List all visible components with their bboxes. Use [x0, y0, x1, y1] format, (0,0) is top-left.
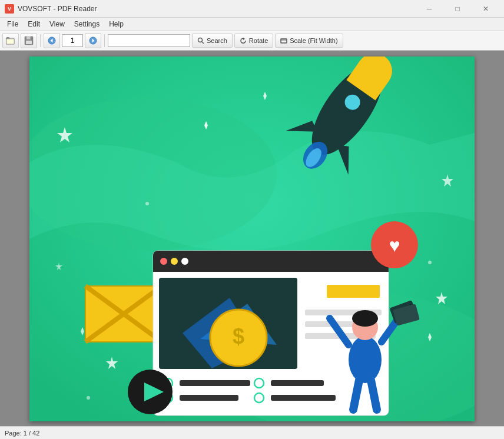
svg-point-30 — [428, 261, 432, 264]
search-icon — [197, 37, 204, 44]
page-input[interactable] — [62, 34, 83, 47]
save-button[interactable] — [21, 33, 37, 48]
svg-point-69 — [352, 310, 378, 327]
svg-rect-6 — [26, 41, 32, 44]
menu-file[interactable]: File — [2, 18, 23, 31]
status-bar: Page: 1 / 42 — [0, 426, 504, 439]
maximize-button[interactable]: □ — [444, 0, 471, 18]
scale-icon — [280, 37, 287, 44]
svg-rect-66 — [271, 395, 336, 401]
svg-text:♥: ♥ — [389, 235, 400, 256]
main-area: $ — [0, 51, 504, 426]
svg-rect-46 — [153, 262, 389, 272]
svg-text:$: $ — [233, 324, 244, 348]
menu-edit[interactable]: Edit — [23, 18, 45, 31]
forward-icon — [89, 36, 97, 45]
svg-point-29 — [145, 202, 149, 205]
svg-rect-3 — [6, 39, 14, 44]
back-button[interactable] — [44, 33, 60, 48]
app-icon: V — [5, 4, 14, 14]
forward-button[interactable] — [85, 33, 101, 48]
window-controls: ─ □ ✕ — [416, 0, 499, 18]
svg-point-31 — [87, 396, 90, 400]
minimize-button[interactable]: ─ — [416, 0, 443, 18]
svg-point-48 — [171, 258, 178, 265]
svg-rect-62 — [271, 380, 324, 386]
menu-bar: File Edit View Settings Help — [0, 18, 504, 31]
svg-rect-60 — [180, 380, 250, 386]
svg-point-49 — [181, 258, 188, 265]
menu-settings[interactable]: Settings — [69, 18, 104, 31]
pdf-viewport[interactable]: $ — [0, 51, 504, 426]
window-title: VOVSOFT - PDF Reader — [18, 5, 416, 13]
title-bar: V VOVSOFT - PDF Reader ─ □ ✕ — [0, 0, 504, 18]
svg-rect-64 — [180, 395, 238, 401]
menu-help[interactable]: Help — [104, 18, 128, 31]
search-button[interactable]: Search — [192, 34, 233, 48]
open-button[interactable] — [2, 33, 19, 48]
back-icon — [48, 36, 56, 45]
svg-rect-15 — [281, 39, 287, 43]
toolbar: Search Rotate Scale (Fit Width) — [0, 31, 504, 51]
svg-rect-55 — [327, 285, 380, 298]
separator-1 — [40, 34, 41, 47]
rotate-button[interactable]: Rotate — [234, 34, 273, 48]
svg-rect-7 — [30, 37, 31, 39]
pdf-illustration: $ — [29, 56, 475, 421]
page-info: Page: 1 / 42 — [5, 430, 39, 437]
separator-2 — [104, 34, 105, 47]
open-icon — [6, 36, 15, 45]
svg-marker-14 — [243, 38, 245, 40]
rotate-icon — [240, 37, 247, 44]
scale-button[interactable]: Scale (Fit Width) — [275, 34, 343, 48]
svg-point-47 — [160, 258, 167, 265]
close-button[interactable]: ✕ — [472, 0, 499, 18]
pdf-page: $ — [29, 56, 475, 421]
save-icon — [24, 36, 34, 45]
search-input[interactable] — [108, 34, 190, 47]
svg-line-74 — [353, 380, 359, 410]
svg-rect-5 — [26, 36, 31, 39]
menu-view[interactable]: View — [45, 18, 69, 31]
svg-line-13 — [202, 42, 204, 44]
svg-point-67 — [349, 336, 382, 383]
svg-line-75 — [371, 380, 377, 410]
svg-point-12 — [198, 38, 203, 42]
